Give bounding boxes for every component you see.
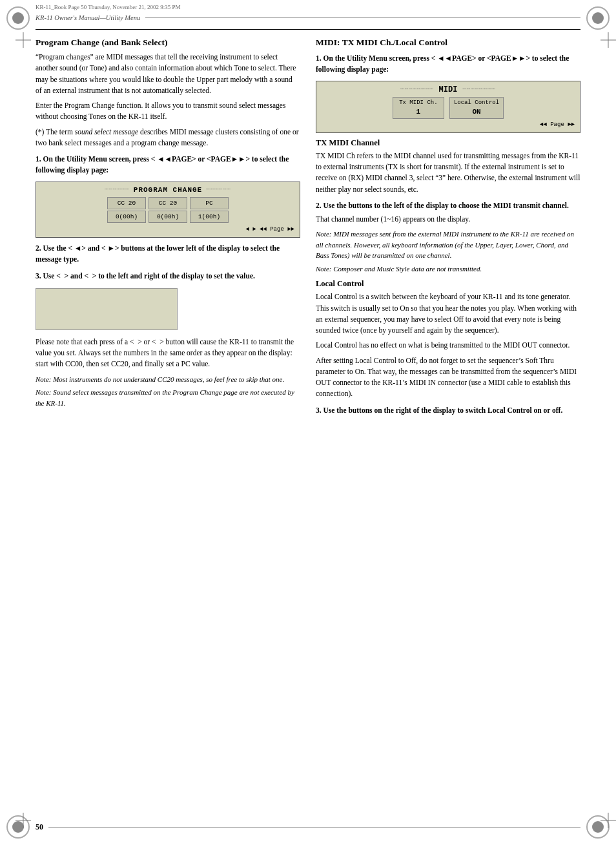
- right-step2-para1: That channel number (1~16) appears on th…: [316, 214, 580, 225]
- page-number-line: [48, 827, 580, 828]
- page-number-bar: 50: [36, 822, 580, 832]
- left-note1: Please note that each press of a < > or …: [36, 337, 300, 370]
- display-tx-label-box: Tx MIDI Ch. 1: [393, 97, 444, 119]
- display-tx-value: 1: [397, 107, 440, 117]
- right-step3: 3. Use the buttons on the right of the d…: [316, 405, 580, 416]
- right-section-title: MIDI: TX MIDI Ch./Local Control: [316, 37, 580, 48]
- right-column: MIDI: TX MIDI Ch./Local Control 1. On th…: [316, 37, 580, 819]
- display-local-value: ON: [454, 107, 499, 117]
- corner-decoration-tr: [586, 6, 610, 30]
- display-local-label: Local Control: [454, 99, 499, 107]
- header-bar: KR-11 Owner's Manual—Utility Menu: [36, 14, 580, 21]
- left-note3: Note: Sound select messages transmitted …: [36, 387, 300, 408]
- corner-decoration-tl: [6, 6, 30, 30]
- right-step2-note1: Note: MIDI messages sent from the extern…: [316, 229, 580, 261]
- file-info: KR-11_Book Page 50 Thursday, November 21…: [36, 4, 180, 10]
- right-sub2-para2: Local Control has no effect on what is b…: [316, 340, 580, 351]
- left-para2: Enter the Program Change function. It al…: [36, 100, 300, 123]
- display-tx-label: Tx MIDI Ch.: [397, 99, 440, 107]
- display-dots-left: ┈┈┈┈┈┈: [105, 186, 130, 194]
- right-step2-note2: Note: Composer and Music Style data are …: [316, 264, 580, 275]
- page: KR-11_Book Page 50 Thursday, November 21…: [0, 0, 616, 845]
- left-section-title: Program Change (and Bank Select): [36, 37, 300, 48]
- midi-display: ┈┈┈┈┈┈┈┈ MIDI ┈┈┈┈┈┈┈┈ Tx MIDI Ch. 1 Loc…: [316, 81, 580, 133]
- display-val3: 1(00h): [190, 211, 229, 223]
- display-val1: 0(00h): [107, 211, 146, 223]
- page-number: 50: [36, 822, 43, 832]
- right-step2: 2. Use the buttons to the left of the di…: [316, 200, 580, 211]
- right-sub2-para3: After setting Local Control to Off, do n…: [316, 355, 580, 400]
- display-nav-midi: ◄◄ Page ►►: [322, 121, 575, 129]
- top-rule: [36, 29, 580, 30]
- left-note2: Note: Most instruments do not understand…: [36, 374, 300, 385]
- left-step2: 2. Use the < ◄> and < ►> buttons at the …: [36, 243, 300, 266]
- right-sub1-title: TX MIDI Channel: [316, 138, 580, 148]
- left-intro-para: “Program changes” are MIDI messages that…: [36, 52, 300, 96]
- two-column-layout: Program Change (and Bank Select) “Progra…: [36, 37, 580, 819]
- button-text: button: [166, 338, 185, 346]
- display-val2: 0(00h): [149, 211, 187, 223]
- right-sub1-para: TX MIDI Ch refers to the MIDI channel us…: [316, 151, 580, 195]
- file-bar: KR-11_Book Page 50 Thursday, November 21…: [36, 4, 580, 10]
- left-step3: 3. Use < > and < > to the left and right…: [36, 271, 300, 282]
- display-local-box: Local Control ON: [449, 97, 504, 119]
- display-cc20-label: CC 20: [107, 197, 146, 209]
- header-title: KR-11 Owner's Manual—Utility Menu: [36, 14, 140, 21]
- right-sub2-para1: Local Control is a switch between the ke…: [316, 291, 580, 336]
- content-area: Program Change (and Bank Select) “Progra…: [36, 29, 580, 819]
- header-line: [145, 17, 580, 18]
- display-nav-prog: ◄ ► ◄◄ Page ►►: [41, 225, 294, 234]
- display-prog-title: PROGRAM CHANGE: [134, 185, 202, 195]
- display-cc20-label2: CC 20: [149, 197, 187, 209]
- display-pc-label: PC: [190, 197, 229, 209]
- display-midi-title: MIDI: [439, 85, 458, 96]
- left-para3: (*) The term sound select message descri…: [36, 127, 300, 149]
- right-step1: 1. On the Utility Menu screen, press < ◄…: [316, 53, 580, 76]
- left-column: Program Change (and Bank Select) “Progra…: [36, 37, 300, 819]
- blank-display: [36, 288, 178, 330]
- display-dots-right: ┈┈┈┈┈┈: [206, 186, 231, 194]
- program-change-display: ┈┈┈┈┈┈ PROGRAM CHANGE ┈┈┈┈┈┈ CC 20 CC 20…: [36, 182, 300, 238]
- left-step1: 1. On the Utility Menu screen, press < ◄…: [36, 154, 300, 176]
- right-sub2-title: Local Control: [316, 279, 580, 289]
